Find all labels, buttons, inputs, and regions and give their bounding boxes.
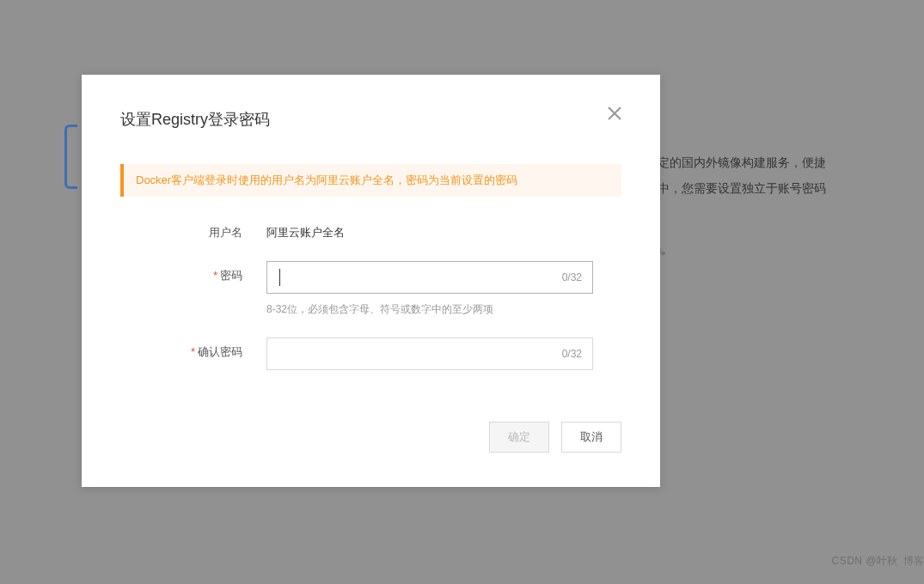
password-counter: 0/32 (562, 271, 592, 283)
password-input-wrap: 0/32 (266, 261, 593, 294)
bg-text-line2: 中，您需要设置独立于账号密码 (658, 176, 898, 201)
confirm-password-label-text: 确认密码 (198, 345, 242, 358)
close-button[interactable] (602, 100, 627, 126)
password-label: *密码 (120, 261, 266, 283)
confirm-password-label: *确认密码 (120, 338, 266, 360)
watermark-csdn: CSDN @叶秋 (831, 554, 898, 569)
watermark-51cto: 博客 (903, 554, 924, 569)
modal-body: Docker客户端登录时使用的用户名为阿里云账户全名，密码为当前设置的密码 用户… (82, 130, 660, 405)
confirm-password-input-wrap: 0/32 (266, 338, 593, 370)
username-label: 用户名 (120, 218, 266, 240)
logo-fragment (64, 125, 77, 189)
bg-text-line1: 定的国内外镜像构建服务，便捷 (658, 150, 898, 175)
confirm-button[interactable]: 确定 (489, 422, 549, 453)
confirm-password-counter: 0/32 (562, 348, 592, 360)
set-registry-password-modal: 设置Registry登录密码 Docker客户端登录时使用的用户名为阿里云账户全… (82, 75, 660, 487)
modal-title: 设置Registry登录密码 (120, 109, 621, 130)
notice-banner: Docker客户端登录时使用的用户名为阿里云账户全名，密码为当前设置的密码 (120, 164, 621, 197)
username-value: 阿里云账户全名 (266, 218, 621, 240)
confirm-password-input[interactable] (267, 338, 562, 369)
close-icon (606, 105, 623, 122)
required-mark: * (191, 345, 195, 358)
password-input[interactable] (267, 262, 562, 293)
cancel-button[interactable]: 取消 (561, 422, 621, 453)
confirm-password-row: *确认密码 0/32 (120, 338, 621, 370)
password-hint: 8-32位，必须包含字母、符号或数字中的至少两项 (266, 302, 593, 317)
text-cursor (279, 269, 280, 286)
modal-header: 设置Registry登录密码 (82, 75, 660, 130)
required-mark: * (213, 269, 217, 282)
modal-footer: 确定 取消 (82, 405, 660, 487)
password-label-text: 密码 (220, 269, 242, 282)
password-row: *密码 0/32 8-32位，必须包含字母、符号或数字中的至少两项 (120, 261, 621, 317)
username-row: 用户名 阿里云账户全名 (120, 218, 621, 240)
